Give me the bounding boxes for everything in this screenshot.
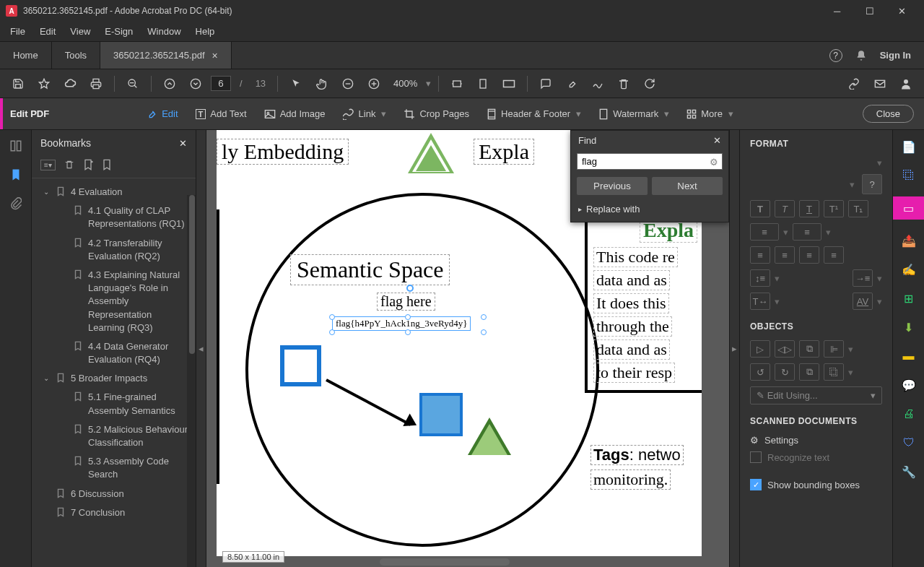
bookmark-item[interactable]: ⌄5 Broader Impacts [32,369,196,388]
color-swatch[interactable]: ? [862,174,882,194]
header-footer-tool[interactable]: Header & Footer▾ [479,104,588,124]
group-button[interactable]: ⿻ [824,363,844,381]
close-find-icon[interactable]: ✕ [713,135,721,146]
edit-tool[interactable]: Edit [139,104,185,124]
thumbnails-icon[interactable] [9,139,23,153]
bookmark-item[interactable]: 4.1 Quality of CLAP Representations (RQ1… [32,202,196,233]
save-icon[interactable] [7,73,29,95]
watermark-tool[interactable]: Watermark▾ [591,104,676,124]
text-embedding[interactable]: ly Embedding [217,139,349,165]
hand-icon[interactable] [311,73,333,95]
bold-button[interactable]: T [750,200,770,217]
rotate-handle[interactable] [406,285,414,292]
bookmark-item[interactable]: 4.4 Data Generator Evaluation (RQ4) [32,337,196,369]
page-number-input[interactable] [211,76,231,91]
menu-window[interactable]: Window [140,23,188,40]
bookmark-item[interactable]: 5.1 Fine-grained Assembly Semantics [32,388,196,420]
plus-icon[interactable] [363,73,385,95]
tags-line[interactable]: Tags: netwo [590,445,684,465]
highlight-icon[interactable] [561,73,583,95]
handle-nw[interactable] [329,314,335,320]
comment-rail-icon[interactable]: 💬 [901,377,917,393]
bullet-list-button[interactable]: ≡ [750,223,779,241]
combine-icon[interactable]: ⿻ [901,168,917,183]
tab-home[interactable]: Home [0,42,52,69]
char-spacing-button[interactable]: AV [853,293,873,310]
rotate-icon[interactable] [639,73,661,95]
maximize-button[interactable]: ☐ [853,0,886,22]
mail-icon[interactable] [869,73,891,95]
align-left-button[interactable]: ≡ [750,246,770,264]
trash-icon[interactable] [613,73,635,95]
rotate-ccw-button[interactable]: ↺ [750,363,770,381]
print-rail-icon[interactable]: 🖨 [901,406,917,422]
size-dropdown-icon[interactable]: ▾ [850,179,855,190]
line-spacing-button[interactable]: ↕≡ [750,269,770,287]
cloud-icon[interactable] [59,73,81,95]
bm-find-icon[interactable] [102,159,112,170]
text-flag-selected[interactable]: flag{h4PpY_hAck1ng_3veRyd4y} [332,316,471,331]
menu-esign[interactable]: E-Sign [97,23,140,40]
print-icon[interactable] [85,73,107,95]
handle-s[interactable] [405,329,411,335]
italic-button[interactable]: T [775,200,795,217]
collapse-left-button[interactable]: ◂ [196,130,206,567]
handle-se[interactable] [481,329,487,335]
help-icon[interactable]: ? [829,49,842,62]
redact-icon[interactable]: ▬ [901,348,917,364]
align-right-button[interactable]: ≡ [799,246,819,264]
body-line-3[interactable]: It does this [593,293,669,313]
body-line-6[interactable]: to their resp [593,363,675,383]
body-line-5[interactable]: data and as [593,339,670,360]
close-tab-icon[interactable]: × [212,50,218,61]
handle-ne[interactable] [481,314,487,320]
bm-trash-icon[interactable] [64,160,74,170]
monitoring-line[interactable]: monitoring. [590,469,671,490]
edit-using-dropdown[interactable]: ✎ Edit Using...▾ [750,386,882,404]
document-area[interactable]: ly Embedding Expla Semantic Space flag h… [206,130,729,567]
recognize-text-checkbox[interactable]: Recognize text [750,451,882,463]
settings-link[interactable]: ⚙ Settings [750,435,882,446]
body-line-4[interactable]: through the [593,316,672,337]
fit-page-icon[interactable] [472,73,494,95]
tab-document[interactable]: 3650212.3652145.pdf× [100,42,232,69]
attachments-icon[interactable] [9,196,23,211]
menu-help[interactable]: Help [188,23,222,40]
underline-button[interactable]: T [799,200,819,217]
selection-icon[interactable] [285,73,307,95]
find-previous-button[interactable]: Previous [577,177,648,195]
body-line-2[interactable]: data and as [593,270,670,290]
bm-options-icon[interactable]: ≡▾ [40,160,56,170]
crop-obj-button[interactable]: ⧉ [799,340,819,358]
find-input[interactable] [577,153,723,170]
arrange-button[interactable]: ⧉ [799,363,819,381]
read-mode-icon[interactable] [498,73,520,95]
organize-icon[interactable]: ⊞ [901,290,917,306]
minimize-button[interactable]: ─ [821,0,853,22]
page-up-icon[interactable] [159,73,180,95]
indent-button[interactable]: →≡ [853,269,873,287]
bookmark-item[interactable]: 4.3 Explaining Natural Language's Role i… [32,266,196,337]
bookmark-item[interactable]: 5.3 Assembly Code Search [32,452,196,484]
star-icon[interactable] [33,73,55,95]
subscript-button[interactable]: T₁ [848,200,868,217]
flip-v-button[interactable]: ◁▷ [775,340,795,358]
bookmark-item[interactable]: 7 Conclusion [32,503,196,522]
fit-width-icon[interactable] [446,73,468,95]
bookmarks-scroll-thumb[interactable] [189,195,195,354]
comment-icon[interactable] [535,73,557,95]
sign-icon[interactable] [587,73,609,95]
protect-icon[interactable]: 🛡 [901,435,917,451]
menu-file[interactable]: File [3,23,32,40]
bm-add-icon[interactable] [83,159,93,170]
find-next-button[interactable]: Next [652,177,723,195]
menu-edit[interactable]: Edit [32,23,63,40]
menu-view[interactable]: View [63,23,97,40]
number-list-button[interactable]: ≡ [793,223,821,241]
horizontal-scrollbar[interactable] [380,558,510,566]
create-pdf-icon[interactable]: 📄 [901,139,917,155]
link-icon[interactable] [843,73,865,95]
find-gear-icon[interactable]: ⚙ [710,156,718,167]
close-window-button[interactable]: ✕ [886,0,918,22]
handle-n[interactable] [405,314,411,320]
